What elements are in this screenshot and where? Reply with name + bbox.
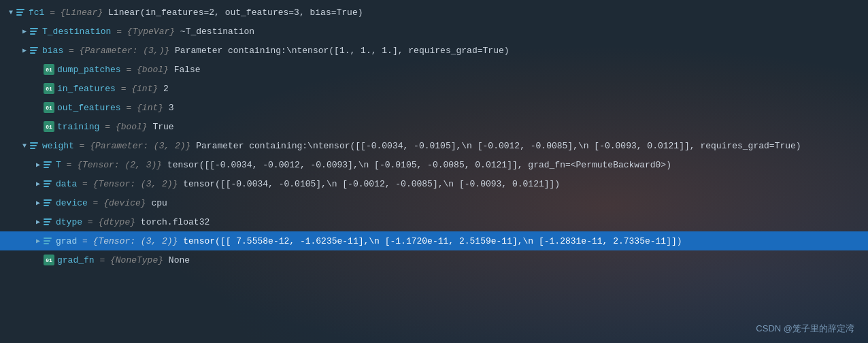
row-text-fc1: fc1 = {Linear} Linear(in_features=2, out… [29,8,363,17]
row-text-dtype: dtype = {dtype} torch.float32 [56,218,210,227]
type-label-dump_patches: = {bool} [121,65,169,75]
lines-icon-t_destination [30,27,39,36]
expand-arrow-device[interactable] [33,197,44,208]
lines-icon-weight [30,141,39,150]
value-text-grad: tensor([[ 7.5558e-12, -1.6235e-11],\n [-… [178,236,682,246]
type-label-data: = {Tensor: (3, 2)} [77,179,178,189]
value-text-grad_fn: None [163,255,190,265]
tree-row-t_destination[interactable]: T_destination = {TypeVar} ~T_destination [0,22,868,41]
type-label-in_features: = {int} [116,84,158,94]
expand-arrow-data[interactable] [33,178,44,189]
bool-icon-grad_fn: 01 [44,255,54,265]
var-name-data: data [56,179,77,189]
type-label-device: = {device} [88,198,146,208]
tree-row-device[interactable]: device = {device} cpu [0,193,868,212]
row-text-bias: bias = {Parameter: (3,)} Parameter conta… [42,46,510,55]
lines-icon-T [44,160,53,169]
value-text-training: True [148,122,174,132]
expand-arrow-weight[interactable] [19,140,30,151]
value-text-t_destination: ~T_destination [175,27,254,37]
expand-arrow-T[interactable] [33,159,44,170]
value-text-data: tensor([[-0.0034, -0.0105],\n [-0.0012, … [178,179,560,189]
lines-icon-data [44,179,53,189]
var-name-grad: grad [56,236,77,246]
expand-arrow-t_destination[interactable] [19,26,30,37]
value-text-dtype: torch.float32 [135,217,210,227]
tree-row-T[interactable]: T = {Tensor: (2, 3)} tensor([[-0.0034, -… [0,155,868,174]
tree-row-in_features[interactable]: 01in_features = {int} 2 [0,79,868,98]
row-text-dump_patches: dump_patches = {bool} False [57,65,201,74]
bool-icon-training: 01 [44,121,54,132]
var-name-training: training [57,122,99,132]
tree-row-grad_fn[interactable]: 01grad_fn = {NoneType} None [0,250,868,270]
lines-icon-bias [30,46,39,55]
value-text-device: cpu [146,198,167,208]
expand-arrow-fc1[interactable] [5,7,16,18]
var-name-T: T [56,160,61,170]
lines-icon-dtype [44,217,53,227]
tree-row-bias[interactable]: bias = {Parameter: (3,)} Parameter conta… [0,41,868,60]
var-name-dtype: dtype [56,217,82,227]
var-name-weight: weight [42,141,74,151]
lines-icon-fc1 [16,7,26,17]
tree-row-dump_patches[interactable]: 01dump_patches = {bool} False [0,60,868,79]
expand-arrow-dtype[interactable] [33,216,44,227]
value-text-bias: Parameter containing:\ntensor([1., 1., 1… [169,46,509,56]
type-label-weight: = {Parameter: (3, 2)} [74,141,191,151]
value-text-in_features: 2 [158,84,169,94]
bool-icon-in_features: 01 [44,83,54,94]
lines-icon-grad [44,236,53,246]
var-name-in_features: in_features [57,84,116,94]
value-text-dump_patches: False [169,65,201,75]
row-text-grad: grad = {Tensor: (3, 2)} tensor([[ 7.5558… [56,237,682,246]
row-text-T: T = {Tensor: (2, 3)} tensor([[-0.0034, -… [56,161,671,169]
tree-view: fc1 = {Linear} Linear(in_features=2, out… [0,0,868,272]
tree-row-fc1[interactable]: fc1 = {Linear} Linear(in_features=2, out… [0,3,868,22]
type-label-t_destination: = {TypeVar} [111,27,175,37]
var-name-fc1: fc1 [29,7,44,18]
tree-row-grad[interactable]: grad = {Tensor: (3, 2)} tensor([[ 7.5558… [0,231,868,250]
watermark: CSDN @笼子里的辞定湾 [756,323,854,335]
value-text-weight: Parameter containing:\ntensor([[-0.0034,… [190,141,801,151]
type-label-training: = {bool} [99,122,147,132]
bool-icon-dump_patches: 01 [44,64,54,75]
expand-arrow-grad[interactable] [33,235,44,246]
tree-row-weight[interactable]: weight = {Parameter: (3, 2)} Parameter c… [0,136,868,155]
lines-icon-device [44,198,53,208]
row-text-grad_fn: grad_fn = {NoneType} None [57,256,190,265]
type-label-grad_fn: = {NoneType} [95,255,163,265]
row-text-out_features: out_features = {int} 3 [57,103,174,112]
row-text-t_destination: T_destination = {TypeVar} ~T_destination [42,27,254,36]
row-text-device: device = {device} cpu [56,199,167,208]
type-label-fc1: = {Linear} [44,7,103,18]
type-label-out_features: = {int} [121,103,163,113]
type-label-grad: = {Tensor: (3, 2)} [77,236,178,246]
value-text-T: tensor([[-0.0034, -0.0012, -0.0093],\n [… [162,160,671,170]
tree-row-out_features[interactable]: 01out_features = {int} 3 [0,98,868,117]
var-name-dump_patches: dump_patches [57,65,121,75]
type-label-dtype: = {dtype} [82,217,135,227]
row-text-training: training = {bool} True [57,122,174,131]
var-name-device: device [56,198,88,208]
type-label-bias: = {Parameter: (3,)} [63,46,169,56]
value-text-fc1: Linear(in_features=2, out_features=3, bi… [103,7,363,18]
type-label-T: = {Tensor: (2, 3)} [61,160,162,170]
bool-icon-out_features: 01 [44,102,54,113]
var-name-t_destination: T_destination [42,27,111,37]
var-name-out_features: out_features [57,103,121,113]
tree-row-data[interactable]: data = {Tensor: (3, 2)} tensor([[-0.0034… [0,174,868,193]
row-text-weight: weight = {Parameter: (3, 2)} Parameter c… [42,142,801,150]
tree-row-dtype[interactable]: dtype = {dtype} torch.float32 [0,212,868,231]
tree-row-training[interactable]: 01training = {bool} True [0,117,868,136]
row-text-data: data = {Tensor: (3, 2)} tensor([[-0.0034… [56,180,560,189]
var-name-bias: bias [42,46,63,56]
value-text-out_features: 3 [163,103,174,113]
expand-arrow-bias[interactable] [19,45,30,56]
row-text-in_features: in_features = {int} 2 [57,84,169,93]
var-name-grad_fn: grad_fn [57,255,95,265]
